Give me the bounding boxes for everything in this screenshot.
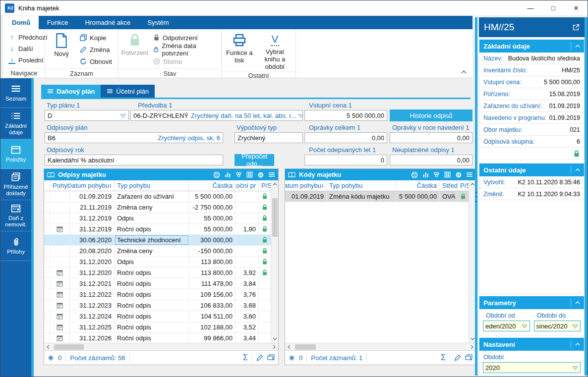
- obdobi-dropdown[interactable]: 2020: [483, 362, 581, 373]
- obdobi-od-dropdown[interactable]: eden/2020: [483, 321, 530, 331]
- edit-icon[interactable]: [256, 354, 263, 361]
- column-header-stredisko[interactable]: Středi:: [440, 180, 458, 191]
- section-header-nastaveni[interactable]: Nastavení: [479, 338, 584, 351]
- pocet-let-field[interactable]: 0: [304, 155, 387, 165]
- odpisovy-plan-field[interactable]: B6 Zrychlený odpis, sk. 6: [45, 132, 223, 143]
- opravky-celkem-field[interactable]: 0,00: [304, 132, 387, 143]
- odpisovy-rok-field[interactable]: Kalendářní % absolutní: [45, 155, 223, 165]
- ribbon-tab-hromadne-akce[interactable]: Hromadné akce: [76, 16, 139, 29]
- sidebar-item-polozky[interactable]: Položky: [0, 139, 31, 169]
- section-header-ostatni[interactable]: Ostatní údaje: [479, 163, 584, 176]
- scrollbar-thumb[interactable]: [272, 198, 278, 237]
- menu-icon[interactable]: [466, 172, 473, 177]
- table-row[interactable]: 31.12.2019 Roční odpis 55 000,00 1,90: [44, 224, 271, 235]
- column-header-typ[interactable]: Typ pohybu: [327, 180, 396, 191]
- table-row[interactable]: 30.06.2020 Technické zhodnocení 300 000,…: [44, 235, 271, 246]
- tab-ucetni-plan[interactable]: Účetní plán: [101, 85, 155, 98]
- column-header-rocni[interactable]: Roční pr: [235, 180, 259, 191]
- scroll-down-icon[interactable]: [271, 335, 278, 343]
- table-row[interactable]: 01.09.2019 Zařazení do užívání 5 500 000…: [44, 191, 271, 202]
- prepocet-odpisu-button[interactable]: Přepočet odp...: [235, 154, 274, 166]
- table-row[interactable]: 20.08.2020 Změna ceny -150 000,00: [44, 246, 271, 257]
- change-confirm-date-button[interactable]: Změna data potvrzení: [151, 44, 218, 55]
- section-header-parametry[interactable]: Parametry: [479, 296, 584, 309]
- edit-icon[interactable]: [454, 354, 461, 361]
- vstupni-cena-field[interactable]: 5 500 000,00: [304, 110, 387, 121]
- previous-button[interactable]: ↑ Předchozí: [6, 32, 50, 43]
- minimize-button[interactable]: —: [519, 0, 542, 15]
- sum-icon[interactable]: Σ: [243, 353, 248, 362]
- print-icon[interactable]: [213, 171, 220, 178]
- typ-planu-dropdown[interactable]: D: [45, 110, 129, 121]
- close-button[interactable]: ✕: [565, 0, 588, 15]
- scrollbar-thumb[interactable]: [295, 344, 316, 350]
- sidebar-item-dan-z-nemovitosti[interactable]: Daň z nemovit.: [0, 200, 31, 231]
- print-icon[interactable]: [411, 171, 418, 178]
- new-button[interactable]: Nový: [48, 32, 75, 67]
- column-header-castka[interactable]: Částka: [396, 180, 440, 191]
- chart-icon[interactable]: [422, 171, 429, 178]
- horizontal-scrollbar[interactable]: [285, 343, 476, 350]
- column-header-castka[interactable]: Částka: [189, 180, 235, 191]
- columns-icon[interactable]: [444, 171, 451, 178]
- column-header-pohyb[interactable]: Pohyb: [50, 180, 70, 191]
- predvolba-dropdown[interactable]: 06-D-ZRYCHLENÝ Zrychlený daň. na 50 let,…: [130, 110, 303, 121]
- chart-icon[interactable]: [225, 171, 231, 178]
- functions-print-button[interactable]: Funkce a tisk: [225, 32, 254, 70]
- last-button[interactable]: ↓ Poslední: [6, 54, 50, 65]
- ribbon-tab-funkce[interactable]: Funkce: [39, 16, 77, 29]
- column-header-datum[interactable]: Datum pohybu1: [285, 180, 327, 191]
- flag-asterisk-icon[interactable]: [48, 355, 54, 361]
- sidebar-item-prirazene-doklady[interactable]: Přiřazené doklady: [0, 169, 31, 200]
- column-header-datum[interactable]: Datum pohybu1: [70, 180, 115, 191]
- scroll-up-icon[interactable]: [271, 180, 278, 188]
- flag-asterisk-icon[interactable]: [289, 355, 295, 361]
- table-row[interactable]: 31.12.2023 Roční odpis 106 833,00 3,68: [44, 300, 271, 311]
- grouping-icon[interactable]: [433, 171, 440, 178]
- table-row[interactable]: 31.12.2025 Roční odpis 102 188,00 3,52: [44, 322, 271, 333]
- scroll-left-icon[interactable]: [285, 343, 293, 350]
- neuplatnene-field[interactable]: 0,00: [390, 155, 472, 165]
- ribbon-collapse-button[interactable]: [461, 70, 467, 74]
- tab-danovy-plan[interactable]: Daňový plán: [41, 85, 101, 98]
- open-external-button[interactable]: [573, 24, 580, 31]
- column-header-ps[interactable]: P/S: [259, 180, 271, 191]
- table-row[interactable]: 31.12.2020 Roční odpis 113 800,00 3,92: [44, 268, 271, 278]
- historie-odpisu-button[interactable]: Historie odpisů: [390, 109, 472, 121]
- vypoctovy-typ-field[interactable]: Zrychlený: [235, 132, 303, 143]
- column-header-ps[interactable]: P/S: [458, 180, 469, 191]
- refresh-button[interactable]: Obnovit: [78, 55, 114, 67]
- table-row[interactable]: 31.12.2024 Roční odpis 104 511,00 3,60: [44, 311, 271, 322]
- next-button[interactable]: ↓ Další: [6, 43, 50, 54]
- table-row[interactable]: 01.09.2019 Změna kódu majetku 5 500 000,…: [285, 191, 469, 202]
- sidebar-item-zakladni-udaje[interactable]: Základní údaje: [0, 108, 31, 139]
- sum-icon[interactable]: Σ: [441, 353, 446, 362]
- ribbon-tab-domu[interactable]: Domů: [3, 16, 39, 29]
- ribbon-tab-system[interactable]: Systém: [139, 16, 177, 29]
- maximize-button[interactable]: □: [542, 0, 565, 15]
- menu-icon[interactable]: [268, 172, 275, 177]
- sidebar-item-prilohy[interactable]: Přílohy: [0, 231, 31, 261]
- scroll-left-icon[interactable]: [44, 343, 52, 350]
- section-header-zakladni[interactable]: Základní údaje: [479, 40, 584, 53]
- obdobi-do-dropdown[interactable]: sinec/2020: [534, 321, 581, 331]
- add-window-icon[interactable]: [465, 354, 472, 361]
- select-book-period-button[interactable]: V Vybrat knihu a období: [257, 32, 293, 70]
- copy-button[interactable]: Kopie: [78, 32, 114, 44]
- scroll-right-icon[interactable]: [270, 343, 278, 350]
- vertical-scrollbar[interactable]: [271, 180, 278, 343]
- scrollbar-thumb[interactable]: [54, 344, 84, 350]
- table-row[interactable]: 31.12.2021 Roční odpis 111 478,00 3,84: [44, 278, 271, 289]
- table-row[interactable]: 21.11.2019 Změna ceny -2 750 000,00: [44, 202, 271, 213]
- table-row[interactable]: 31.12.2022 Roční odpis 109 156,00 3,76: [44, 289, 271, 300]
- table-row[interactable]: 31.12.2019 Odpis 55 000,00: [44, 213, 271, 224]
- settings-gear-icon[interactable]: ⚙: [257, 171, 264, 178]
- grouping-icon[interactable]: [235, 171, 242, 178]
- columns-icon[interactable]: [246, 171, 253, 178]
- table-row[interactable]: 31.12.2026 Roční odpis 99 866,00 3,44: [44, 333, 271, 344]
- horizontal-scrollbar[interactable]: [44, 343, 278, 350]
- sidebar-item-seznam[interactable]: Seznam: [0, 78, 31, 108]
- panel-splitter[interactable]: [475, 17, 477, 376]
- table-row[interactable]: 31.12.2020 Odpis 113 800,00: [44, 257, 271, 268]
- add-window-icon[interactable]: [267, 354, 275, 361]
